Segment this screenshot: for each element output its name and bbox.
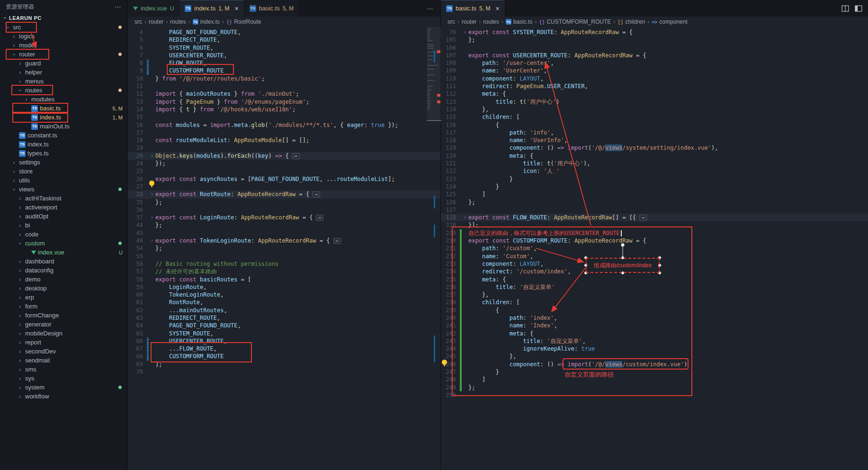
code-line-105[interactable]: 105}; [441, 36, 868, 44]
fold-chevron-icon[interactable]: › [149, 152, 155, 160]
code-line-6[interactable]: 6 SYSTEM_ROUTE, [128, 44, 440, 52]
code-line-35[interactable]: 35}; [128, 199, 440, 206]
code-line-241[interactable]: 241 name: 'Index', [441, 322, 868, 329]
breadcrumb-item-routes[interactable]: routes [170, 18, 186, 25]
code-line-106[interactable]: 106 [441, 44, 868, 52]
code-line-54[interactable]: 54}; [128, 244, 440, 252]
tab-basic.ts[interactable]: TSbasic.ts5, M [244, 0, 299, 17]
code-line-234[interactable]: 234 redirect: '/custom/index', [441, 268, 868, 275]
folded-code-ellipsis[interactable]: ⋯ [313, 191, 320, 198]
code-line-66[interactable]: 66 USERCENTER_ROUTE, [128, 337, 440, 345]
tree-item-activereport[interactable]: ›activereport [0, 203, 127, 212]
code-line-76[interactable]: 76›export const SYSTEM_ROUTE: AppRouteRe… [441, 28, 868, 36]
tree-item-desktop[interactable]: ›desktop [0, 284, 127, 293]
breadcrumb-item-index.ts[interactable]: TSindex.ts [193, 18, 220, 25]
editor-actions-more-icon[interactable]: ⋯ [420, 5, 440, 12]
tree-item-sys[interactable]: ›sys [0, 374, 127, 383]
code-line-25[interactable]: 25 [128, 167, 440, 175]
code-line-17[interactable]: 17 [128, 129, 440, 136]
code-line-69[interactable]: 69]; [128, 361, 440, 368]
code-line-7[interactable]: 7 USERCENTER_ROUTE, [128, 52, 440, 59]
tree-item-index.ts[interactable]: TSindex.ts1, M [0, 113, 127, 122]
code-line-19[interactable]: 19 [128, 144, 440, 152]
tree-item-logics[interactable]: ›logics [0, 32, 127, 41]
tree-item-store[interactable]: ›store [0, 167, 127, 176]
code-line-108[interactable]: 108 path: '/user-center', [441, 59, 868, 67]
tree-item-mainOut.ts[interactable]: TSmainOut.ts [0, 122, 127, 131]
close-tab-icon[interactable]: × [234, 5, 238, 12]
code-line-68[interactable]: 68 CUSTOMFORM_ROUTE [128, 352, 440, 360]
code-line-235[interactable]: 235 meta: { [441, 276, 868, 283]
code-line-8[interactable]: 8 FLOW_ROUTE, [128, 59, 440, 67]
code-line-111[interactable]: 111 redirect: PageEnum.USER_CENTER, [441, 82, 868, 90]
code-line-229[interactable]: 229自己定义的路由，格式可以参考上面的USERCENTER_ROUTE [441, 229, 868, 237]
code-line-121[interactable]: 121 title: t('用户中心'), [441, 160, 868, 167]
code-line-231[interactable]: 231 path: '/custom', [441, 244, 868, 252]
tree-item-demo[interactable]: ›demo [0, 275, 127, 284]
breadcrumb-item-CUSTOMFORM_ROUTE[interactable]: {}CUSTOMFORM_ROUTE [539, 18, 611, 25]
code-line-124[interactable]: 124 } [441, 183, 868, 190]
tree-item-sms[interactable]: ›sms [0, 365, 127, 374]
code-line-115[interactable]: 115 children: [ [441, 113, 868, 121]
code-line-240[interactable]: 240 path: 'index', [441, 314, 868, 322]
close-tab-icon[interactable]: × [495, 5, 499, 12]
customize-layout-icon[interactable] [855, 5, 862, 12]
code-editor-basic-ts[interactable]: 76›export const SYSTEM_ROUTE: AppRouteRe… [441, 27, 868, 399]
breadcrumb-item-component[interactable]: <>component [652, 18, 687, 25]
code-line-45[interactable]: 45 [128, 229, 440, 237]
tree-item-routes[interactable]: ›routes [0, 86, 127, 95]
code-line-112[interactable]: 112 meta: { [441, 90, 868, 98]
tree-item-secondDev[interactable]: ›secondDev [0, 347, 127, 356]
split-editor-icon[interactable] [841, 5, 849, 12]
tree-item-menus[interactable]: ›menus [0, 77, 127, 86]
code-line-245[interactable]: 245 }, [441, 352, 868, 360]
code-line-15[interactable]: 15 [128, 113, 440, 121]
code-line-107[interactable]: 107export const USERCENTER_ROUTE: AppRou… [441, 52, 868, 59]
code-line-123[interactable]: 123 } [441, 175, 868, 183]
code-line-110[interactable]: 110 component: LAYOUT, [441, 75, 868, 82]
minimap-slider[interactable] [427, 27, 441, 121]
code-line-228[interactable]: 228}]; [441, 221, 868, 229]
code-line-36[interactable]: 36 [128, 206, 440, 214]
tree-item-index.ts[interactable]: TSindex.ts [0, 140, 127, 149]
tab-basic.ts[interactable]: TSbasic.ts5, M× [441, 0, 505, 17]
tree-item-helper[interactable]: ›helper [0, 68, 127, 77]
code-line-247[interactable]: 247 } [441, 368, 868, 376]
tree-item-index.vue[interactable]: index.vueU [0, 248, 127, 257]
tree-item-utils[interactable]: ›utils [0, 176, 127, 185]
code-line-26[interactable]: 26export const asyncRoutes = [PAGE_NOT_F… [128, 175, 440, 183]
breadcrumb-item-src[interactable]: src [447, 18, 455, 25]
explorer-more-icon[interactable]: ⋯ [115, 3, 122, 10]
code-line-249[interactable]: 249}; [441, 384, 868, 391]
fold-chevron-icon[interactable]: › [462, 214, 468, 221]
code-line-37[interactable]: 37›export const LoginRoute: AppRouteReco… [128, 214, 440, 221]
fold-chevron-icon[interactable]: › [149, 237, 155, 244]
code-line-4[interactable]: 4 PAGE_NOT_FOUND_ROUTE, [128, 28, 440, 36]
code-line-67[interactable]: 67 ...FLOW_ROUTE, [128, 345, 440, 352]
code-line-126[interactable]: 126}; [441, 199, 868, 206]
folded-code-ellipsis[interactable]: ⋯ [333, 238, 341, 244]
code-line-237[interactable]: 237 }, [441, 291, 868, 298]
tree-item-code[interactable]: ›code [0, 230, 127, 239]
code-line-63[interactable]: 63 REDIRECT_ROUTE, [128, 314, 440, 322]
code-line-64[interactable]: 64 PAGE_NOT_FOUND_ROUTE, [128, 322, 440, 329]
tree-item-formChange[interactable]: ›formChange [0, 311, 127, 320]
code-line-230[interactable]: 230export const CUSTOMFORM_ROUTE: AppRou… [441, 237, 868, 244]
tree-item-guard[interactable]: ›guard [0, 59, 127, 68]
code-line-9[interactable]: 9 CUSTOMFORM_ROUTE [128, 67, 440, 74]
code-line-62[interactable]: 62 ...mainOutRoutes, [128, 307, 440, 314]
tree-item-system[interactable]: ›system [0, 383, 127, 392]
code-line-113[interactable]: 113 title: t('用户中心') [441, 98, 868, 106]
breadcrumb-item-router[interactable]: router [462, 18, 476, 25]
code-line-60[interactable]: 60 TokenLoginRoute, [128, 291, 440, 298]
code-editor-index-ts[interactable]: 4 PAGE_NOT_FOUND_ROUTE,5 REDIRECT_ROUTE,… [128, 27, 440, 376]
code-line-239[interactable]: 239 { [441, 307, 868, 314]
tree-item-constant.ts[interactable]: TSconstant.ts [0, 131, 127, 140]
breadcrumb-item-basic.ts[interactable]: TSbasic.ts [506, 18, 533, 25]
tree-item-form[interactable]: ›form [0, 302, 127, 311]
code-line-120[interactable]: 120 meta: { [441, 152, 868, 160]
code-line-248[interactable]: 248 ] [441, 376, 868, 383]
tree-item-dataconfig[interactable]: ›dataconfig [0, 266, 127, 275]
code-line-127[interactable]: 127 [441, 206, 868, 214]
code-line-5[interactable]: 5 REDIRECT_ROUTE, [128, 36, 440, 44]
